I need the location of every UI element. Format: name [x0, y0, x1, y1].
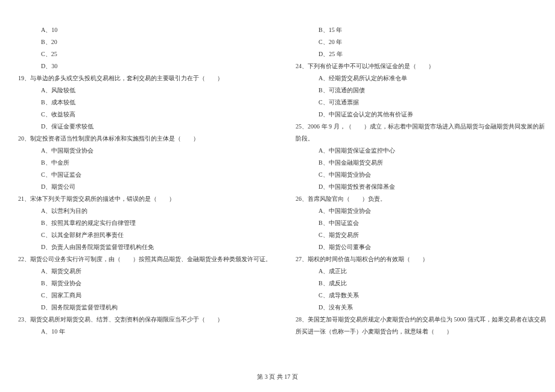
option-item: B、成反比 — [296, 277, 546, 289]
option-item: D、国务院期货监督管理机构 — [18, 302, 271, 314]
option-item: A、成正比 — [296, 265, 546, 277]
two-column-layout: A、10 B、20 C、25 D、30 19、与单边的多头或空头投机交易相比，套… — [18, 24, 537, 368]
option-item: A、以营利为目的 — [18, 205, 271, 217]
option-item: C、期货交易所 — [296, 229, 546, 241]
option-item: B、15 年 — [296, 24, 546, 36]
option-item: A、风险较低 — [18, 84, 271, 96]
question-25-line1: 25、2006 年 9 月，（ ）成立，标志着中国期货市场进入商品期货与金融期货… — [296, 121, 546, 133]
question-28-line1: 28、美国芝加哥期货交易所规定小麦期货合约的交易单位为 5000 蒲式耳，如果交… — [296, 314, 546, 326]
option-item: C、25 — [18, 48, 271, 60]
question-21: 21、宋体下列关于期货交易所的描述中，错误的是（ ） — [18, 193, 271, 205]
option-item: B、中金所 — [18, 157, 271, 169]
option-item: C、中国期货业协会 — [296, 169, 546, 181]
question-19: 19、与单边的多头或空头投机交易相比，套利交易的主要吸引力在于（ ） — [18, 72, 271, 84]
question-28-line2: 所买进一张（也称一手）小麦期货合约，就意味着（ ） — [296, 326, 546, 338]
option-item: C、收益较高 — [18, 109, 271, 121]
option-item: B、按照其章程的规定实行自律管理 — [18, 217, 271, 229]
question-23: 23、期货交易所对期货交易、结算、交割资料的保存期限应当不少于（ ） — [18, 314, 271, 326]
option-item: D、中国期货投资者保障基金 — [296, 181, 546, 193]
option-item: B、成本较低 — [18, 96, 271, 109]
option-item: B、中国金融期货交易所 — [296, 157, 546, 169]
option-item: C、以其全部财产承担民事责任 — [18, 229, 271, 241]
option-item: D、保证金要求较低 — [18, 121, 271, 133]
option-item: A、经期货交易所认定的标准仓单 — [296, 72, 546, 84]
question-24: 24、下列有价证券中不可以冲抵保证金的是（ ） — [296, 60, 546, 72]
option-item: C、20 年 — [296, 36, 546, 48]
option-item: B、可流通的国债 — [296, 84, 546, 96]
option-item: D、负责人由国务院期货监督管理机构任免 — [18, 241, 271, 253]
left-column: A、10 B、20 C、25 D、30 19、与单边的多头或空头投机交易相比，套… — [18, 24, 271, 368]
option-item: A、中国期货业协会 — [18, 145, 271, 157]
option-item: D、期货公司 — [18, 181, 271, 193]
option-item: D、中国证监会认定的其他有价证券 — [296, 109, 546, 121]
option-item: D、30 — [18, 60, 271, 72]
option-item: C、中国证监会 — [18, 169, 271, 181]
option-item: A、期货交易所 — [18, 265, 271, 277]
question-25-line2: 阶段。 — [296, 133, 546, 145]
option-item: A、10 — [18, 24, 271, 36]
option-item: C、成导数关系 — [296, 289, 546, 302]
option-item: D、25 年 — [296, 48, 546, 60]
option-item: D、没有关系 — [296, 302, 546, 314]
page-footer: 第 3 页 共 17 页 — [0, 373, 555, 381]
option-item: B、期货业协会 — [18, 277, 271, 289]
option-item: A、中国期货保证金监控中心 — [296, 145, 546, 157]
option-item: A、10 年 — [18, 326, 271, 338]
right-column: B、15 年 C、20 年 D、25 年 24、下列有价证券中不可以冲抵保证金的… — [296, 24, 546, 368]
option-item: C、国家工商局 — [18, 289, 271, 302]
question-26: 26、首席风险官向（ ）负责。 — [296, 193, 546, 205]
option-item: C、可流通票据 — [296, 96, 546, 109]
option-item: B、中国证监会 — [296, 217, 546, 229]
question-22: 22、期货公司业务实行许可制度，由（ ）按照其商品期货、金融期货业务种类颁发许可… — [18, 253, 271, 265]
question-20: 20、制定投资者适当性制度的具体标准和实施指引的主体是（ ） — [18, 133, 271, 145]
question-27: 27、期权的时间价值与期权合约的有效期（ ） — [296, 253, 546, 265]
option-item: D、期货公司董事会 — [296, 241, 546, 253]
option-item: A、中国期货业协会 — [296, 205, 546, 217]
option-item: B、20 — [18, 36, 271, 48]
